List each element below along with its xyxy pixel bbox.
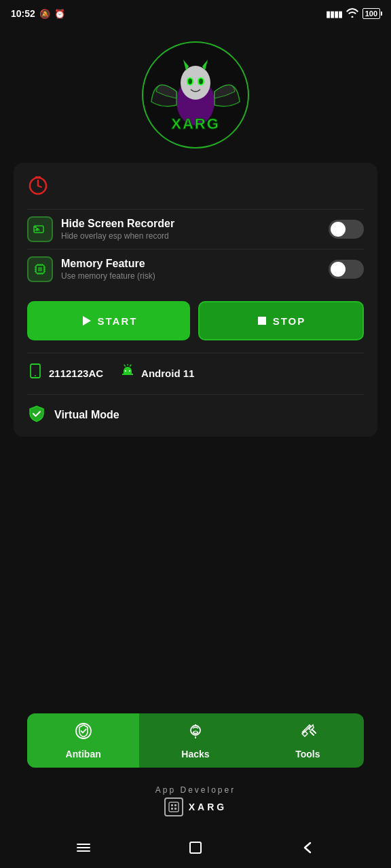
device-info-row: 2112123AC Android 11 (27, 353, 364, 383)
hamburger-icon (75, 839, 92, 856)
bottom-navigation: Antiban Hacks (27, 713, 364, 768)
back-icon (299, 839, 316, 856)
rec-icon: REC (27, 216, 53, 242)
battery-icon: 100 (362, 8, 380, 19)
nav-antiban-label: Antiban (66, 749, 101, 760)
svg-point-6 (199, 79, 203, 84)
developer-brand: XARG (164, 797, 227, 816)
svg-text:REC: REC (35, 229, 41, 232)
app-logo: XARG (141, 41, 250, 149)
svg-rect-45 (169, 802, 179, 812)
svg-rect-51 (77, 847, 90, 848)
svg-rect-53 (190, 842, 201, 853)
phone-icon (27, 363, 43, 383)
android-icon (119, 363, 136, 383)
alarm-icon: ⏰ (54, 9, 65, 19)
hide-recorder-toggle[interactable] (329, 220, 364, 239)
action-buttons: START STOP (27, 301, 364, 340)
battery-level: 100 (365, 9, 377, 18)
shield-check-icon (27, 404, 46, 426)
device-id: 2112123AC (49, 368, 103, 379)
time-display: 10:52 (11, 8, 35, 19)
cpu-icon (27, 256, 53, 282)
svg-rect-46 (171, 804, 173, 806)
nav-antiban[interactable]: Antiban (27, 713, 139, 768)
svg-rect-52 (77, 850, 90, 852)
antiban-icon (74, 722, 93, 745)
stop-label: STOP (273, 315, 306, 327)
timer-icon (27, 186, 49, 197)
status-bar: 10:52 🔕 ⏰ ▮▮▮▮ 100 (0, 0, 391, 27)
svg-rect-49 (174, 808, 176, 810)
play-icon (80, 315, 92, 327)
svg-point-33 (35, 375, 36, 376)
menu-button[interactable] (71, 835, 96, 860)
virtual-mode-row: Virtual Mode (27, 394, 364, 426)
svg-rect-50 (77, 844, 90, 845)
hide-screen-recorder-row: REC Hide Screen Recorder Hide overlay es… (27, 209, 364, 249)
memory-feature-title: Memory Feature (61, 258, 155, 270)
hide-recorder-subtitle: Hide overlay esp when record (61, 231, 174, 241)
wifi-icon (346, 8, 358, 20)
svg-text:XARG: XARG (171, 115, 220, 132)
dev-brand-icon (164, 797, 183, 816)
memory-feature-toggle[interactable] (329, 260, 364, 279)
timer-row (27, 174, 364, 198)
svg-line-44 (312, 730, 316, 733)
svg-point-34 (125, 370, 126, 372)
svg-rect-11 (35, 176, 41, 178)
toggle-knob (331, 222, 346, 237)
hide-recorder-title: Hide Screen Recorder (61, 218, 174, 230)
hacks-icon (186, 722, 205, 745)
system-navigation (0, 827, 391, 868)
svg-rect-31 (258, 317, 266, 325)
svg-rect-14 (35, 226, 37, 228)
feature-left: REC Hide Screen Recorder Hide overlay es… (27, 216, 174, 242)
svg-line-43 (310, 732, 314, 735)
home-icon (187, 839, 204, 856)
svg-rect-47 (174, 804, 176, 806)
memory-feature-text: Memory Feature Use memory feature (risk) (61, 258, 155, 281)
developer-label: App Developer (155, 785, 236, 795)
nav-hacks-label: Hacks (181, 749, 209, 760)
device-id-item: 2112123AC (27, 363, 103, 383)
nav-hacks[interactable]: Hacks (139, 713, 251, 768)
mute-icon: 🔕 (39, 9, 50, 19)
developer-area: App Developer XARG (0, 774, 391, 822)
status-right: ▮▮▮▮ 100 (326, 8, 380, 20)
memory-feature-subtitle: Use memory feature (risk) (61, 271, 155, 281)
stop-icon (257, 315, 267, 326)
signal-icon: ▮▮▮▮ (326, 9, 342, 19)
logo-area: XARG (0, 27, 391, 156)
svg-point-2 (181, 66, 210, 100)
svg-point-38 (76, 724, 91, 738)
status-left: 10:52 🔕 ⏰ (11, 8, 65, 19)
toggle-knob-2 (331, 262, 346, 277)
svg-line-36 (124, 365, 126, 366)
feature-left-memory: Memory Feature Use memory feature (risk) (27, 256, 155, 282)
nav-tools[interactable]: Tools (252, 713, 364, 768)
start-button[interactable]: START (27, 301, 190, 340)
svg-point-5 (188, 79, 192, 84)
brand-name: XARG (189, 802, 227, 812)
memory-feature-row: Memory Feature Use memory feature (risk) (27, 249, 364, 289)
start-label: START (98, 315, 138, 327)
main-card: REC Hide Screen Recorder Hide overlay es… (14, 163, 377, 437)
nav-tools-label: Tools (295, 749, 320, 760)
android-version-item: Android 11 (119, 363, 194, 383)
svg-rect-17 (38, 267, 42, 271)
tools-icon (298, 722, 317, 745)
virtual-mode-label: Virtual Mode (54, 409, 119, 421)
svg-point-35 (129, 370, 130, 372)
back-button[interactable] (295, 835, 320, 860)
home-button[interactable] (183, 835, 208, 860)
svg-line-37 (130, 365, 132, 366)
hide-recorder-text: Hide Screen Recorder Hide overlay esp wh… (61, 218, 174, 241)
svg-point-42 (193, 731, 198, 734)
svg-rect-48 (171, 808, 173, 810)
svg-line-10 (38, 186, 41, 187)
svg-marker-30 (83, 316, 91, 326)
android-version: Android 11 (141, 368, 194, 379)
stop-button[interactable]: STOP (198, 301, 364, 340)
